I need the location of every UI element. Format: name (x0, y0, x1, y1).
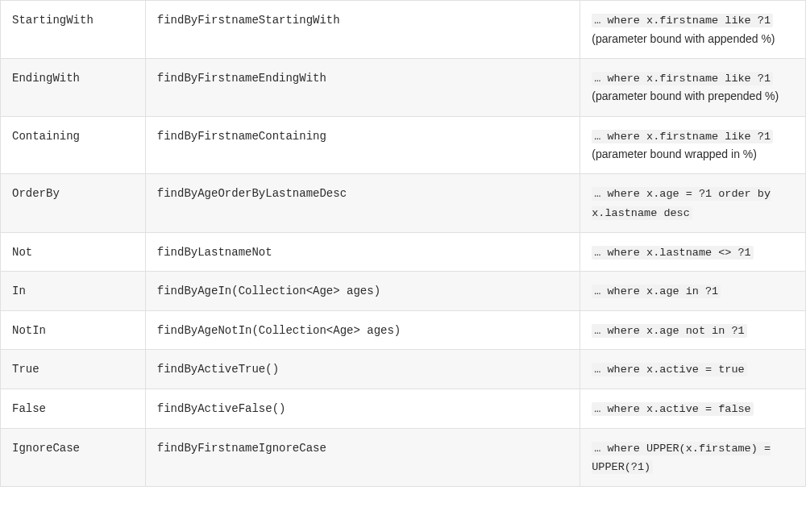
keyword-text: In (12, 285, 26, 297)
table-row: InfindByAgeIn(Collection<Age> ages)… whe… (1, 272, 806, 311)
keyword-cell: EndingWith (1, 58, 146, 116)
sample-text: findByAgeIn(Collection<Age> ages) (157, 285, 380, 297)
snippet-cell: … where x.active = false (580, 389, 806, 428)
snippet-code: … where x.firstname like ?1 (592, 72, 773, 85)
snippet-cell: … where x.firstname like ?1 (parameter b… (580, 1, 806, 59)
keyword-text: IgnoreCase (12, 442, 80, 455)
sample-cell: findByActiveTrue() (145, 350, 580, 389)
snippet-code: … where x.age not in ?1 (592, 324, 746, 338)
snippet-suffix: (parameter bound with appended %) (592, 32, 775, 45)
keyword-text: StartingWith (12, 14, 93, 27)
keyword-cell: In (1, 272, 146, 311)
keyword-text: OrderBy (12, 187, 60, 200)
table-row: TruefindByActiveTrue()… where x.active =… (1, 350, 806, 389)
keyword-cell: OrderBy (1, 174, 146, 232)
table-row: EndingWithfindByFirstnameEndingWith… whe… (1, 58, 806, 116)
table-row: StartingWithfindByFirstnameStartingWith…… (1, 1, 806, 59)
snippet-code: … where x.firstname like ?1 (592, 14, 773, 27)
table-row: FalsefindByActiveFalse()… where x.active… (1, 389, 806, 428)
sample-text: findByAgeOrderByLastnameDesc (157, 187, 347, 200)
sample-cell: findByFirstnameContaining (145, 116, 580, 174)
keyword-text: Not (12, 246, 32, 259)
keyword-cell: NotIn (1, 310, 146, 350)
snippet-suffix: (parameter bound wrapped in %) (592, 148, 757, 160)
sample-cell: findByAgeIn(Collection<Age> ages) (145, 272, 580, 311)
snippet-code: … where x.active = true (592, 363, 746, 376)
sample-text: findByLastnameNot (157, 246, 272, 259)
snippet-code: … where x.age in ?1 (592, 285, 721, 298)
keywords-table: StartingWithfindByFirstnameStartingWith…… (0, 0, 806, 487)
keyword-cell: Containing (1, 116, 146, 174)
keyword-text: False (12, 402, 46, 415)
table-row: NotInfindByAgeNotIn(Collection<Age> ages… (1, 310, 806, 350)
table-row: IgnoreCasefindByFirstnameIgnoreCase… whe… (1, 428, 806, 486)
snippet-suffix: (parameter bound with prepended %) (592, 89, 779, 102)
keyword-cell: False (1, 389, 146, 428)
keyword-text: EndingWith (12, 72, 80, 85)
snippet-code: … where UPPER(x.firstame) = UPPER(?1) (592, 442, 771, 475)
sample-text: findByFirstnameEndingWith (157, 72, 326, 85)
snippet-cell: … where x.firstname like ?1 (parameter b… (580, 58, 806, 116)
keyword-cell: Not (1, 232, 146, 272)
snippet-cell: … where x.firstname like ?1 (parameter b… (580, 116, 806, 174)
sample-text: findByFirstnameStartingWith (157, 14, 340, 27)
sample-cell: findByLastnameNot (145, 232, 580, 272)
snippet-code: … where x.firstname like ?1 (592, 130, 773, 143)
snippet-cell: … where x.age = ?1 order by x.lastname d… (580, 174, 806, 232)
sample-cell: findByFirstnameEndingWith (145, 58, 580, 116)
sample-text: findByActiveFalse() (157, 402, 286, 415)
sample-text: findByAgeNotIn(Collection<Age> ages) (157, 324, 401, 337)
snippet-cell: … where x.age not in ?1 (580, 310, 806, 350)
keyword-text: NotIn (12, 324, 46, 337)
keyword-cell: IgnoreCase (1, 428, 146, 486)
table-row: NotfindByLastnameNot… where x.lastname <… (1, 232, 806, 272)
table-row: OrderByfindByAgeOrderByLastnameDesc… whe… (1, 174, 806, 232)
snippet-code: … where x.lastname <> ?1 (592, 246, 753, 260)
sample-cell: findByAgeOrderByLastnameDesc (145, 174, 580, 232)
sample-text: findByFirstnameContaining (157, 130, 326, 143)
snippet-cell: … where x.age in ?1 (580, 272, 806, 311)
sample-cell: findByAgeNotIn(Collection<Age> ages) (145, 310, 580, 350)
snippet-cell: … where x.lastname <> ?1 (580, 232, 806, 272)
keyword-cell: True (1, 350, 146, 389)
sample-cell: findByFirstnameStartingWith (145, 1, 580, 59)
keyword-text: True (12, 363, 39, 376)
table-row: ContainingfindByFirstnameContaining… whe… (1, 116, 806, 174)
snippet-code: … where x.active = false (592, 402, 753, 416)
sample-text: findByActiveTrue() (157, 363, 279, 376)
keyword-text: Containing (12, 130, 80, 143)
snippet-code: … where x.age = ?1 order by x.lastname d… (592, 187, 771, 220)
snippet-cell: … where x.active = true (580, 350, 806, 389)
keyword-cell: StartingWith (1, 1, 146, 59)
sample-cell: findByFirstnameIgnoreCase (145, 428, 580, 486)
sample-cell: findByActiveFalse() (145, 389, 580, 428)
snippet-cell: … where UPPER(x.firstame) = UPPER(?1) (580, 428, 806, 486)
sample-text: findByFirstnameIgnoreCase (157, 442, 326, 455)
